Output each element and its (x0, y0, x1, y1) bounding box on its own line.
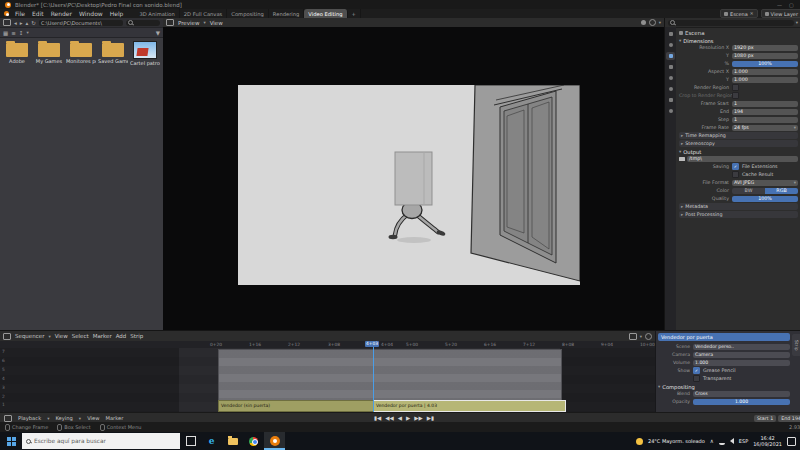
menu-edit[interactable]: Edit (31, 10, 45, 17)
hidden-icons-chevron[interactable]: ∧ (710, 438, 714, 444)
overlays-icon[interactable] (645, 333, 652, 340)
frame-start-field[interactable]: Start 1 (754, 415, 776, 422)
volume-field[interactable]: 1.000 (693, 360, 790, 366)
view-menu[interactable]: View (210, 20, 223, 26)
sequencer-tracks[interactable]: 7 6 5 4 3 2 1 0 Vendedor (sin puerta) Ve… (0, 348, 655, 413)
grease-pencil-checkbox[interactable]: ✓ (693, 367, 700, 374)
start-button[interactable] (0, 432, 22, 450)
seq-menu-select[interactable]: Select (72, 333, 89, 339)
editor-type-icon[interactable] (4, 415, 12, 422)
resolution-x-field[interactable]: 1920 px (732, 45, 798, 51)
strip-vendedor-sin-puerta[interactable]: Vendedor (sin puerta) (218, 400, 379, 412)
weather-text[interactable]: 24°C Mayorm. soleado (648, 438, 705, 444)
section-stereoscopy[interactable]: ▸Stereoscopy (679, 140, 798, 147)
taskbar-clock[interactable]: 16:42 16/09/2021 (753, 435, 782, 448)
blender-menu-icon[interactable] (4, 11, 9, 16)
sequencer-view-dropdown[interactable]: Sequencer (15, 333, 44, 339)
tab-view-layer[interactable] (666, 63, 675, 71)
maximize-icon[interactable]: ▢ (789, 2, 794, 8)
sort-icon[interactable]: ↕ (19, 30, 24, 36)
preview-viewport[interactable] (163, 27, 664, 330)
file-extensions-checkbox[interactable]: ✓ (732, 163, 739, 170)
file-search-input[interactable] (126, 20, 160, 26)
folder-item[interactable]: Saved Games (98, 41, 128, 64)
section-metadata[interactable]: ▸Metadata (679, 203, 798, 210)
play-button[interactable]: ▶ (406, 415, 410, 421)
workspace-tab[interactable]: Compositing (227, 9, 269, 18)
workspace-tab[interactable]: Rendering (269, 9, 305, 18)
scene-strip-block[interactable] (218, 349, 562, 401)
color-rgb-toggle[interactable]: RGB (765, 188, 798, 194)
path-input[interactable]: C:\Users\PC\Documents\ (39, 20, 123, 26)
playback-menu[interactable]: Playback (18, 415, 41, 421)
task-view-button[interactable] (180, 432, 201, 450)
section-post-processing[interactable]: ▸Post Processing (679, 211, 798, 218)
shading-icon[interactable] (641, 20, 646, 25)
properties-search-input[interactable] (668, 20, 794, 26)
opacity-slider[interactable]: 1.000 (693, 399, 790, 405)
editor-type-icon[interactable] (3, 333, 11, 340)
back-icon[interactable]: ◂ (14, 20, 17, 26)
section-compositing[interactable]: ▾Compositing (658, 383, 790, 390)
editor-type-icon[interactable] (3, 19, 11, 26)
folder-item[interactable]: Adobe (2, 41, 32, 64)
output-path-field[interactable]: /tmp\ (687, 156, 798, 162)
editor-type-icon[interactable] (166, 19, 174, 26)
render-region-checkbox[interactable] (732, 84, 739, 91)
frame-end-field[interactable]: End 194 (778, 415, 800, 422)
crop-region-checkbox[interactable] (732, 92, 739, 99)
scene-dropdown[interactable]: Vendedor perso.. (693, 344, 790, 350)
notification-center-icon[interactable] (787, 437, 796, 446)
menu-window[interactable]: Window (78, 10, 104, 17)
jump-to-end-button[interactable]: ▶▮ (427, 415, 434, 421)
tab-scene[interactable] (666, 74, 675, 82)
frame-start-field[interactable]: 1 (732, 101, 798, 107)
seq-menu-add[interactable]: Add (116, 333, 127, 339)
camera-dropdown[interactable]: Camera (693, 352, 790, 358)
resolution-percent-slider[interactable]: 100% (732, 61, 798, 67)
taskbar-search-input[interactable]: Escribe aquí para buscar (22, 433, 180, 449)
filter-dropdown-icon[interactable]: ▾ (796, 20, 798, 25)
overlay-icon[interactable] (649, 19, 656, 26)
thumbnail-view-icon[interactable]: ▦ (3, 30, 8, 36)
cache-result-checkbox[interactable] (732, 171, 739, 178)
refresh-icon[interactable]: ↻ (31, 20, 36, 26)
seq-menu-view[interactable]: View (55, 333, 68, 339)
folder-item[interactable]: Monitores pers.. (66, 41, 96, 64)
blender-app-button[interactable] (264, 432, 285, 450)
list-view-icon[interactable]: ≡ (11, 30, 16, 36)
image-file-item[interactable]: Cartel patroci.. (130, 41, 160, 66)
tab-physics[interactable] (666, 107, 675, 115)
minimize-icon[interactable]: — (777, 2, 782, 8)
jump-to-start-button[interactable]: ▮◀ (374, 415, 381, 421)
play-reverse-button[interactable]: ◀ (398, 415, 402, 421)
snapping-icon[interactable] (629, 333, 637, 340)
file-format-dropdown[interactable]: AVI JPEG▾ (732, 180, 798, 186)
menu-render[interactable]: Render (50, 10, 73, 17)
marker-menu[interactable]: Marker (105, 415, 123, 421)
tab-object[interactable] (666, 96, 675, 104)
add-workspace-button[interactable]: + (348, 9, 361, 18)
keying-menu[interactable]: Keying (55, 415, 72, 421)
section-output[interactable]: ▾Output (679, 148, 798, 155)
strip-vendedor-por-puerta[interactable]: Vendedor por puerta | 4.03 (373, 400, 566, 412)
seq-menu-strip[interactable]: Strip (130, 333, 143, 339)
aspect-x-field[interactable]: 1.000 (732, 69, 798, 75)
tab-tool[interactable] (666, 30, 675, 38)
volume-icon[interactable] (730, 438, 734, 444)
prev-keyframe-button[interactable]: ◀◀ (385, 415, 393, 421)
playhead[interactable] (373, 341, 374, 413)
display-mode-dropdown[interactable]: Preview (178, 20, 199, 26)
forward-icon[interactable]: ▸ (20, 20, 23, 26)
close-icon[interactable]: ✕ (750, 11, 754, 16)
transparent-checkbox[interactable] (693, 375, 700, 382)
tab-render[interactable] (666, 41, 675, 49)
edge-app-button[interactable]: e (201, 432, 222, 450)
workspace-tab[interactable]: 2D Full Canvas (180, 9, 228, 18)
frame-rate-dropdown[interactable]: 24 fps▾ (732, 125, 798, 131)
playhead-frame-label[interactable]: 4+03 (365, 341, 379, 347)
menu-file[interactable]: File (14, 10, 26, 17)
up-icon[interactable]: ▴ (26, 20, 29, 26)
frame-end-field[interactable]: 194 (732, 109, 798, 115)
blend-dropdown[interactable]: Cross (693, 391, 790, 397)
